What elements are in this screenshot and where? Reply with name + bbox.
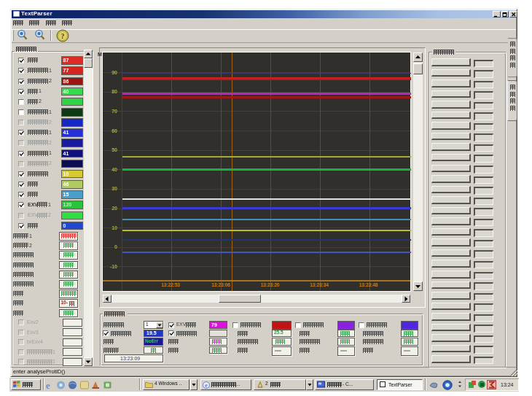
svg-text:e: e bbox=[205, 382, 208, 389]
svg-text:?: ? bbox=[61, 32, 65, 40]
svg-text:e: e bbox=[46, 380, 50, 390]
